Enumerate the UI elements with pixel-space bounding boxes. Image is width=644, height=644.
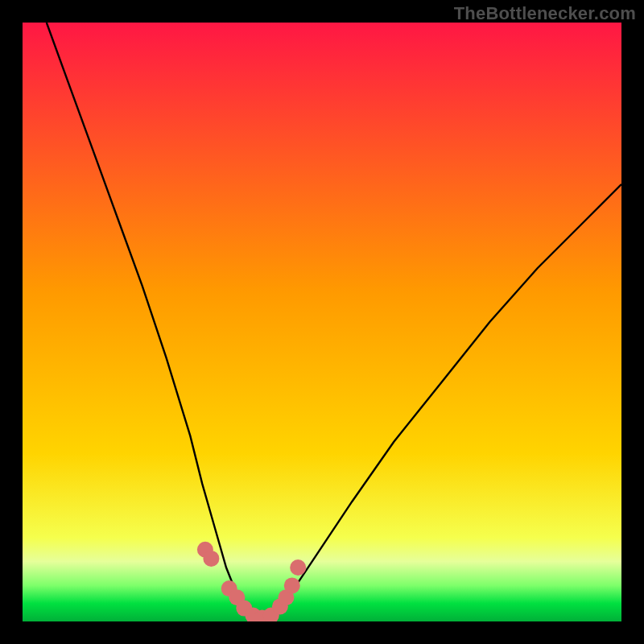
chart-svg <box>23 23 621 621</box>
outer-frame: TheBottlenecker.com <box>0 0 644 644</box>
curve-marker <box>284 577 300 593</box>
curve-marker <box>290 559 306 576</box>
curve-marker <box>203 551 219 567</box>
bottleneck-chart <box>23 23 621 621</box>
watermark-text: TheBottlenecker.com <box>454 3 636 24</box>
gradient-background <box>23 23 621 621</box>
